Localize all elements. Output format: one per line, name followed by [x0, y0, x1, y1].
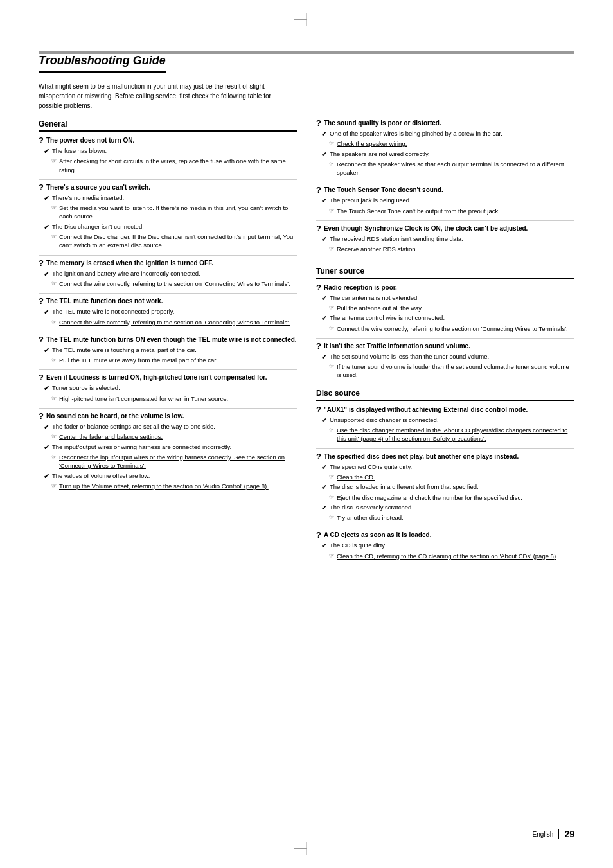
solution-text-reconnect-wiring: Reconnect the input/output wires or the … — [59, 453, 297, 470]
cause-fader-balance: ✔ The fader or balance settings are set … — [44, 422, 297, 431]
problem-title-aux1: ? "AUX1" is displayed without achieving … — [316, 406, 574, 414]
divider-6 — [39, 408, 297, 409]
problem-title-touch-sensor: ? The Touch Sensor Tone doesn't sound. — [316, 186, 574, 194]
checkmark-icon-r4: ✔ — [321, 235, 327, 244]
solution-text-receive-rds: Receive another RDS station. — [337, 245, 417, 253]
cause-no-media: ✔ There's no media inserted. — [44, 193, 297, 202]
problem-question-tel-mute: The TEL mute function does not work. — [46, 297, 163, 305]
ref-arrow-icon: ☞ — [51, 157, 57, 165]
ref-arrow-icon-2: ☞ — [51, 204, 57, 212]
problem-title-tel-mute-on: ? The TEL mute function turns ON even th… — [39, 336, 297, 344]
solution-try-another-disc: ☞ Try another disc instead. — [329, 513, 574, 522]
cause-preout-jack: ✔ The preout jack is being used. — [321, 196, 574, 205]
solution-text-connect-antenna-wire: Connect the wire correctly, referring to… — [337, 324, 568, 333]
problem-title-disc-not-play: ? The specified disc does not play, but … — [316, 453, 574, 461]
checkmark-icon-r1: ✔ — [321, 129, 327, 138]
solution-text-connect-tel-wire: Connect the wire correctly, referring to… — [59, 318, 290, 326]
checkmark-icon-10: ✔ — [44, 472, 49, 481]
question-mark-icon-5: ? — [39, 335, 44, 344]
problem-question-memory-erased: The memory is erased when the ignition i… — [46, 260, 213, 267]
solution-connect-disc: ☞ Connect the Disc changer. If the Disc … — [51, 233, 297, 250]
cause-text-disc-changer: The Disc changer isn't connected. — [52, 222, 144, 231]
solution-text-preout-jack: The Touch Sensor Tone can't be output fr… — [337, 207, 500, 215]
ref-arrow-icon-t2: ☞ — [329, 324, 334, 333]
ref-arrow-icon-3: ☞ — [51, 233, 57, 241]
problem-loudness: ? Even if Loudness is turned ON, high-pi… — [39, 374, 297, 403]
solution-text-reconnect-speakers: Reconnect the speaker wires so that each… — [337, 160, 574, 177]
problem-question-tel-mute-on: The TEL mute function turns ON even thou… — [46, 336, 297, 343]
cause-unsupported-changer: ✔ Unsupported disc changer is connected. — [321, 416, 574, 425]
checkmark-icon-4: ✔ — [44, 269, 49, 278]
cause-wrong-slot: ✔ The disc is loaded in a different slot… — [321, 483, 574, 492]
footer-page-number: 29 — [564, 829, 574, 839]
question-mark-icon-7: ? — [39, 412, 44, 420]
ref-arrow-icon-d5: ☞ — [329, 552, 334, 560]
cause-text-cd-dirty: The specified CD is quite dirty. — [330, 463, 412, 471]
checkmark-icon: ✔ — [44, 146, 49, 155]
ref-arrow-icon-t3: ☞ — [329, 362, 334, 371]
solution-clean-cd: ☞ Clean the CD. — [329, 473, 574, 481]
solution-text-connect-disc: Connect the Disc changer. If the Disc ch… — [59, 233, 297, 250]
problem-cd-ejects: ? A CD ejects as soon as it is loaded. ✔… — [316, 531, 574, 560]
problem-title-radio-reception: ? Radio reception is poor. — [316, 284, 574, 292]
right-column: ? The sound quality is poor or distorted… — [316, 120, 574, 565]
problem-traffic-volume: ? It isn't the set Traffic information s… — [316, 342, 574, 380]
checkmark-icon-9: ✔ — [44, 443, 49, 452]
cause-text-antenna-control-wire: The antenna control wire is not connecte… — [330, 314, 445, 322]
ref-arrow-icon-t1: ☞ — [329, 304, 334, 312]
divider — [39, 179, 297, 180]
cause-text-rds-no-time: The received RDS station isn't sending t… — [330, 235, 463, 243]
checkmark-icon-2: ✔ — [44, 193, 49, 202]
problem-tel-mute-on: ? The TEL mute function turns ON even th… — [39, 336, 297, 365]
problem-title-no-sound: ? No sound can be heard, or the volume i… — [39, 412, 297, 420]
solution-connect-tel-wire: ☞ Connect the wire correctly, referring … — [51, 318, 297, 326]
solution-set-media: ☞ Set the media you want to listen to. I… — [51, 204, 297, 221]
question-mark-icon-t3: ? — [316, 342, 321, 350]
solution-text-set-media: Set the media you want to listen to. If … — [59, 204, 297, 221]
question-mark-icon-t1: ? — [316, 283, 321, 292]
cause-wiring-incorrect: ✔ The input/output wires or wiring harne… — [44, 443, 297, 452]
ref-arrow-icon-8: ☞ — [51, 432, 57, 441]
solution-reconnect-speakers: ☞ Reconnect the speaker wires so that ea… — [329, 160, 574, 177]
problem-power-off: ? The power does not turn ON. ✔ The fuse… — [39, 137, 297, 174]
solution-center-fader: ☞ Center the fader and balance settings. — [51, 432, 297, 441]
problem-question-traffic-volume: It isn't the set Traffic information sou… — [324, 342, 470, 350]
checkmark-icon-d5: ✔ — [321, 541, 327, 550]
problem-title-cd-ejects: ? A CD ejects as soon as it is loaded. — [316, 531, 574, 539]
checkmark-icon-d4: ✔ — [321, 503, 327, 512]
page-footer: English 29 — [533, 829, 574, 839]
checkmark-icon-d1: ✔ — [321, 416, 327, 425]
problem-title-power-off: ? The power does not turn ON. — [39, 137, 297, 145]
footer-separator — [558, 829, 559, 839]
content-columns: General ? The power does not turn ON. ✔ … — [39, 120, 574, 565]
solution-text-check-speaker-wiring: Check the speaker wiring. — [337, 139, 407, 148]
problem-sound-quality: ? The sound quality is poor or distorted… — [316, 120, 574, 177]
cause-text-tel-metal: The TEL mute wire is touching a metal pa… — [52, 346, 197, 354]
footer-language: English — [533, 831, 554, 838]
cause-antenna-not-extended: ✔ The car antenna is not extended. — [321, 294, 574, 303]
problem-disc-not-play: ? The specified disc does not play, but … — [316, 453, 574, 522]
problem-touch-sensor: ? The Touch Sensor Tone doesn't sound. ✔… — [316, 186, 574, 215]
ref-arrow-icon-d2: ☞ — [329, 473, 334, 481]
problem-radio-reception: ? Radio reception is poor. ✔ The car ant… — [316, 284, 574, 333]
problem-title-sound-quality: ? The sound quality is poor or distorted… — [316, 120, 574, 127]
cause-text-wiring-incorrect: The input/output wires or wiring harness… — [52, 443, 231, 451]
solution-text-connect-wire-memory: Connect the wire correctly, referring to… — [59, 279, 290, 288]
cause-text-speakers-not-wired: The speakers are not wired correctly. — [330, 150, 430, 158]
solution-receive-rds: ☞ Receive another RDS station. — [329, 245, 574, 253]
checkmark-icon-5: ✔ — [44, 307, 49, 316]
divider-d1 — [316, 448, 574, 449]
ref-arrow-icon-5: ☞ — [51, 318, 57, 326]
solution-text-try-another-disc: Try another disc instead. — [337, 513, 404, 522]
cause-disc-scratched: ✔ The disc is severely scratched. — [321, 503, 574, 512]
cause-text-speaker-pinched: One of the speaker wires is being pinche… — [330, 129, 502, 137]
problem-sync-clock: ? Even though Synchronize Clock is ON, t… — [316, 225, 574, 254]
question-mark-icon-d2: ? — [316, 452, 321, 461]
solution-text-replace-fuse: After checking for short circuits in the… — [59, 157, 297, 174]
cause-text-wrong-slot: The disc is loaded in a different slot f… — [330, 483, 479, 491]
solution-text-clean-cd: Clean the CD. — [337, 473, 375, 481]
ref-arrow-icon-d3: ☞ — [329, 493, 334, 502]
solution-pull-tel-wire: ☞ Pull the TEL mute wire away from the m… — [51, 356, 297, 364]
problem-question-aux1: "AUX1" is displayed without achieving Ex… — [324, 406, 528, 413]
intro-text: What might seem to be a malfunction in y… — [39, 82, 283, 111]
